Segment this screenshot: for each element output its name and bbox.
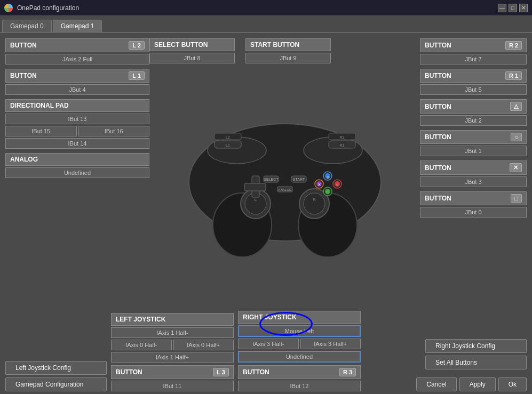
badge-cross: ✕ (510, 163, 522, 172)
svg-text:R: R (313, 197, 316, 202)
button-r1-value[interactable]: JBut 5 (420, 84, 527, 95)
svg-rect-18 (244, 183, 266, 191)
button-l3-group: BUTTON L 3 IBut 11 (111, 365, 234, 391)
left-joystick-left[interactable]: IAxis 0 Half- (111, 340, 172, 350)
bottom-section: Left Joystick Config Gamepad Configurati… (5, 311, 527, 391)
badge-r1: R 1 (505, 71, 522, 80)
svg-text:SELECT: SELECT (264, 178, 279, 181)
right-joystick-up[interactable]: Mouse Left (238, 325, 361, 337)
svg-text:○: ○ (336, 183, 338, 187)
tab-bar: Gamepad 0 Gamepad 1 (0, 16, 532, 33)
button-triangle-header[interactable]: BUTTON △ (420, 99, 527, 114)
window-controls: — □ ✕ (498, 4, 528, 12)
right-joystick-group: RIGHT JOYSTICK Mouse Left IAxis 3 Half- … (238, 311, 361, 363)
ok-button[interactable]: Ok (498, 377, 527, 391)
left-joystick-down[interactable]: IAxis 1 Half+ (111, 352, 234, 363)
svg-text:ANALOG: ANALOG (278, 188, 291, 191)
analog-value[interactable]: Undefined (5, 167, 149, 178)
right-joystick-config-button[interactable]: Right Joystick Config (425, 339, 527, 353)
set-all-buttons-button[interactable]: Set All Buttons (425, 356, 527, 369)
button-l3-header[interactable]: BUTTON L 3 (111, 365, 234, 379)
button-r2-group: BUTTON R 2 JBut 7 (420, 38, 527, 65)
maximize-button[interactable]: □ (509, 4, 517, 12)
minimize-button[interactable]: — (498, 4, 506, 12)
button-circle-header[interactable]: BUTTON ○ (420, 130, 527, 144)
gamepad-configuration-button[interactable]: Gamepad Configuration (5, 377, 107, 391)
start-button-header[interactable]: START BUTTON (245, 38, 331, 51)
button-r3-value[interactable]: IBut 12 (238, 381, 361, 391)
right-panel: BUTTON R 2 JBut 7 BUTTON R 1 JBut 5 BUTT… (420, 38, 527, 218)
button-triangle-value[interactable]: JBut 2 (420, 115, 527, 126)
badge-l2: L 2 (129, 41, 145, 50)
left-joystick-config-button[interactable]: Left Joystick Config (5, 361, 107, 375)
button-r2-header[interactable]: BUTTON R 2 (420, 38, 527, 52)
close-button[interactable]: ✕ (519, 4, 528, 12)
badge-r2: R 2 (505, 41, 522, 50)
controller-area: SELECT ANALOG START L R △ ○ (149, 33, 420, 321)
button-l1-value[interactable]: JBut 4 (5, 84, 149, 95)
start-button-value[interactable]: JBut 9 (245, 53, 331, 63)
button-l2-header[interactable]: BUTTON L 2 (5, 38, 149, 52)
badge-square: □ (511, 194, 522, 203)
button-r1-group: BUTTON R 1 JBut 5 (420, 69, 527, 95)
apply-button[interactable]: Apply (459, 377, 496, 391)
select-button-value[interactable]: JBut 8 (149, 53, 235, 63)
button-r1-header[interactable]: BUTTON R 1 (420, 69, 527, 83)
controller-image: SELECT ANALOG START L R △ ○ (173, 97, 397, 257)
dpad-left[interactable]: IBut 15 (5, 126, 77, 136)
right-joystick-left[interactable]: IAxis 3 Half- (238, 339, 299, 349)
svg-text:START: START (292, 178, 305, 181)
button-square-header[interactable]: BUTTON □ (420, 191, 527, 205)
select-button-header[interactable]: SELECT BUTTON (149, 38, 235, 51)
select-button-group: SELECT BUTTON JBut 8 (149, 38, 235, 63)
dpad-group: DIRECTIONAL PAD IBut 13 IBut 15 IBut 16 … (5, 99, 149, 149)
dpad-up[interactable]: IBut 13 (5, 114, 149, 124)
button-l2-group: BUTTON L 2 JAxis 2 Full (5, 38, 149, 65)
button-square-group: BUTTON □ JBut 0 (420, 191, 527, 218)
left-joystick-lr-row: IAxis 0 Half- IAxis 0 Half+ (111, 340, 234, 350)
button-cross-group: BUTTON ✕ JBut 3 (420, 160, 527, 187)
dpad-down[interactable]: IBut 14 (5, 138, 149, 149)
cancel-button[interactable]: Cancel (416, 377, 456, 391)
tab-gamepad-0[interactable]: Gamepad 0 (2, 20, 52, 32)
button-r2-value[interactable]: JBut 7 (420, 54, 527, 65)
button-cross-value[interactable]: JBut 3 (420, 176, 527, 187)
button-r3-group: BUTTON R 3 IBut 12 (238, 365, 361, 391)
right-joystick-header[interactable]: RIGHT JOYSTICK (238, 311, 361, 324)
svg-text:R1: R1 (339, 143, 344, 147)
left-joystick-header[interactable]: LEFT JOYSTICK (111, 313, 234, 326)
bottom-right-side: Right Joystick Config Set All Buttons Ca… (365, 339, 527, 391)
button-r3-header[interactable]: BUTTON R 3 (238, 365, 361, 379)
button-l1-group: BUTTON L 1 JBut 4 (5, 69, 149, 95)
top-center-buttons: SELECT BUTTON JBut 8 START BUTTON JBut 9 (149, 38, 331, 63)
svg-text:L: L (254, 197, 257, 202)
button-circle-group: BUTTON ○ JBut 1 (420, 130, 527, 156)
button-square-value[interactable]: JBut 0 (420, 207, 527, 218)
button-l3-value[interactable]: IBut 11 (111, 381, 234, 391)
left-joystick-right[interactable]: IAxis 0 Half+ (173, 340, 234, 350)
dialog-action-buttons: Cancel Apply Ok (416, 377, 527, 391)
title-bar: OnePad configuration — □ ✕ (0, 0, 532, 16)
analog-header[interactable]: ANALOG (5, 153, 149, 166)
tab-gamepad-1[interactable]: Gamepad 1 (53, 20, 102, 32)
svg-text:R2: R2 (339, 135, 344, 139)
svg-text:✕: ✕ (317, 182, 321, 187)
svg-text:L1: L1 (226, 143, 230, 147)
left-joystick-up[interactable]: IAxis 1 Half- (111, 327, 234, 338)
start-button-group: START BUTTON JBut 9 (245, 38, 331, 63)
right-joystick-lr-row: IAxis 3 Half- IAxis 3 Half+ (238, 339, 361, 349)
dpad-header[interactable]: DIRECTIONAL PAD (5, 99, 149, 112)
dpad-lr-row: IBut 15 IBut 16 (5, 126, 149, 136)
right-joystick-right[interactable]: IAxis 3 Half+ (300, 339, 361, 349)
window-title: OnePad configuration (17, 4, 79, 12)
badge-l1: L 1 (129, 71, 145, 80)
svg-point-15 (304, 193, 325, 214)
right-joystick-down[interactable]: Undefined (238, 351, 361, 363)
svg-text:L2: L2 (226, 135, 230, 139)
left-joystick-section: LEFT JOYSTICK IAxis 1 Half- IAxis 0 Half… (111, 313, 234, 391)
button-l2-value[interactable]: JAxis 2 Full (5, 54, 149, 65)
dpad-right[interactable]: IBut 16 (78, 126, 150, 136)
button-circle-value[interactable]: JBut 1 (420, 146, 527, 156)
button-l1-header[interactable]: BUTTON L 1 (5, 69, 149, 83)
button-cross-header[interactable]: BUTTON ✕ (420, 160, 527, 175)
